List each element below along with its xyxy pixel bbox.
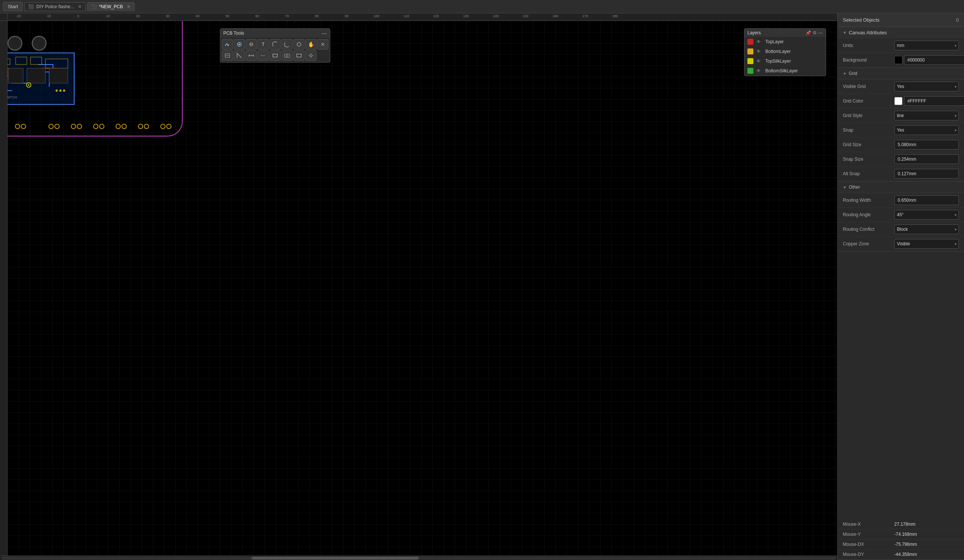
scrollbar-h-thumb[interactable] — [252, 557, 418, 560]
alt-snap-label: Alt Snap — [843, 171, 891, 176]
routing-width-input[interactable] — [894, 195, 959, 205]
grid-section-header[interactable]: ▼ Grid — [838, 68, 964, 80]
tool-image[interactable] — [222, 50, 233, 61]
tool-text[interactable]: T — [257, 39, 269, 50]
background-row: Background — [838, 53, 964, 67]
grid-style-select[interactable]: line dot — [894, 111, 959, 120]
mouse-dx-row: Mouse-DX -75.796mm — [838, 539, 964, 550]
tab-diy[interactable]: ⬛ DIY Police flashe... ✕ — [24, 2, 85, 11]
copper-zone-wrapper[interactable]: Visible Hidden — [894, 239, 959, 249]
snap-size-row: Snap Size — [838, 152, 964, 167]
tool-dotted[interactable] — [257, 50, 269, 61]
pcb-canvas[interactable]: PCB Tools — — [7, 21, 837, 555]
grid-color-input[interactable] — [904, 96, 964, 106]
routing-angle-wrapper[interactable]: 45° 90° Any — [894, 210, 959, 220]
layer-toplayer-eye[interactable]: 👁 — [756, 39, 762, 44]
layer-bottomsilk[interactable]: 👁 BottomSilkLayer — [744, 66, 826, 76]
layer-bottomsilk-name: BottomSilkLayer — [765, 68, 823, 73]
tool-circle[interactable] — [293, 39, 305, 50]
snap-wrapper[interactable]: Yes No — [894, 125, 959, 135]
right-panel: Selected Objects 0 ▼ Canvas Attributes U… — [837, 13, 964, 560]
canvas-body-row: PCB Tools — — [0, 21, 837, 555]
visible-grid-select[interactable]: Yes No — [894, 81, 959, 91]
pcb-tools-body: T — [220, 37, 330, 62]
led-br6 — [160, 124, 171, 129]
layers-minimize-icon[interactable]: — — [818, 30, 823, 36]
grid-color-wrapper — [894, 96, 964, 106]
tool-rect1[interactable] — [270, 50, 281, 61]
other-section: ▼ Other Routing Width Routing Angle 45° … — [838, 182, 964, 252]
tab-bar: Start ⬛ DIY Police flashe... ✕ ⬛ *NEW_PC… — [0, 0, 964, 13]
layers-header: Layers 📌 ⚙ — — [744, 29, 826, 37]
units-select[interactable]: mm mil inch — [894, 41, 959, 50]
tab-close-1[interactable]: ✕ — [78, 4, 81, 9]
pcb-tools-minimize[interactable]: — — [322, 30, 327, 36]
tool-camera[interactable] — [282, 50, 293, 61]
routing-conflict-wrapper[interactable]: Block Ignore Highlight — [894, 225, 959, 234]
layer-topsilk-eye[interactable]: 👁 — [756, 59, 762, 64]
canvas-attributes-header[interactable]: ▼ Canvas Attributes — [838, 27, 964, 38]
tool-rect2[interactable] — [293, 50, 305, 61]
led-br5 — [138, 124, 149, 129]
cursor-info-section: Mouse-X 27.178mm Mouse-Y -74.168mm Mouse… — [838, 519, 964, 560]
layers-pin-icon[interactable]: 📌 — [806, 30, 811, 36]
layer-topsilk[interactable]: 👁 TopSilkLayer — [744, 56, 826, 66]
layer-topsilk-color — [747, 58, 753, 64]
tab-new-pcb[interactable]: ⬛ *NEW_PCB ✕ — [87, 2, 135, 11]
other-section-title: Other — [849, 184, 860, 190]
grid-color-label: Grid Color — [843, 98, 891, 104]
tool-arc1[interactable] — [270, 39, 281, 50]
visible-grid-wrapper[interactable]: Yes No — [894, 81, 959, 91]
tool-via[interactable] — [246, 39, 257, 50]
svg-rect-28 — [49, 68, 68, 83]
pcb-traces-svg — [7, 53, 75, 106]
tab-start[interactable]: Start — [3, 2, 23, 11]
svg-rect-23 — [31, 57, 42, 65]
tab-new-pcb-label: *NEW_PCB — [99, 4, 123, 9]
background-color-input[interactable] — [904, 55, 964, 65]
layer-bottomsilk-eye[interactable]: 👁 — [756, 68, 762, 73]
grid-style-row: Grid Style line dot — [838, 109, 964, 123]
led-br2 — [71, 124, 82, 129]
tab-close-2[interactable]: ✕ — [127, 4, 130, 9]
svg-point-0 — [227, 44, 229, 46]
grid-color-swatch[interactable] — [894, 97, 902, 105]
tool-select[interactable]: ✕ — [317, 39, 329, 50]
background-color-swatch[interactable] — [894, 56, 902, 64]
layer-toplayer[interactable]: 👁 TopLayer — [744, 37, 826, 47]
tool-measure[interactable] — [246, 50, 257, 61]
tool-pad[interactable] — [234, 39, 245, 50]
mouse-y-label: Mouse-Y — [843, 532, 891, 537]
grid-style-wrapper[interactable]: line dot — [894, 111, 959, 120]
led-row-bottom-right — [49, 124, 171, 129]
svg-point-5 — [297, 42, 301, 46]
layers-settings-icon[interactable]: ⚙ — [813, 30, 817, 36]
tool-snap[interactable] — [305, 50, 316, 61]
tool-route[interactable] — [222, 39, 233, 50]
mouse-y-value: -74.168mm — [894, 532, 959, 537]
routing-width-label: Routing Width — [843, 198, 891, 203]
scrollbar-horizontal[interactable] — [0, 555, 837, 560]
snap-select[interactable]: Yes No — [894, 125, 959, 135]
tools-row-2 — [222, 50, 329, 61]
tool-arc2[interactable] — [282, 39, 293, 50]
ruler-mark-neg10: -10 — [46, 14, 51, 18]
units-select-wrapper[interactable]: mm mil inch — [894, 41, 959, 50]
pcb-tools-header[interactable]: PCB Tools — — [220, 29, 330, 37]
snap-size-input[interactable] — [894, 155, 959, 164]
alt-snap-input[interactable] — [894, 169, 959, 179]
layer-bottomlayer[interactable]: 👁 BottomLayer — [744, 47, 826, 56]
other-section-header[interactable]: ▼ Other — [838, 182, 964, 193]
led-row-bottom-left — [7, 124, 26, 129]
routing-angle-select[interactable]: 45° 90° Any — [894, 210, 959, 220]
scrollbar-h-track[interactable] — [2, 557, 836, 560]
routing-conflict-select[interactable]: Block Ignore Highlight — [894, 225, 959, 234]
tools-row-1: T — [222, 39, 329, 50]
tool-pan[interactable]: ✋ — [305, 39, 316, 50]
ruler-top-row: -20-100102030405060708090100110120130140… — [0, 13, 837, 21]
layer-bottomlayer-eye[interactable]: 👁 — [756, 49, 762, 54]
grid-size-input[interactable] — [894, 140, 959, 150]
copper-zone-select[interactable]: Visible Hidden — [894, 239, 959, 249]
svg-point-36 — [63, 90, 65, 92]
tool-angle[interactable] — [234, 50, 245, 61]
